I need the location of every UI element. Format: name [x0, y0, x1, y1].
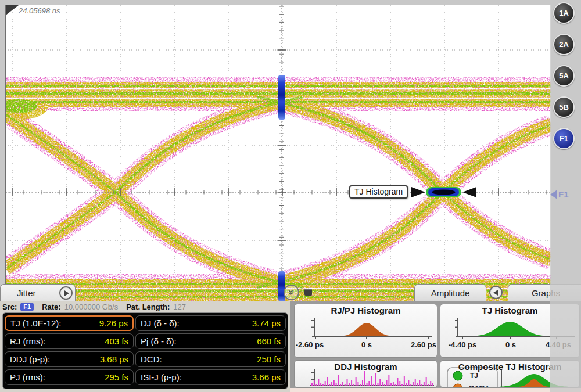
tj-histogram-marker	[411, 187, 476, 197]
channel-button-5b[interactable]: 5B	[553, 96, 575, 118]
src-value-badge[interactable]: F1	[20, 303, 34, 311]
measurement-cell-r1c0[interactable]: RJ (rms):403 fs	[5, 333, 134, 349]
arrow-left-icon	[493, 290, 498, 296]
rjpj-histogram-panel[interactable]: RJ/PJ Histogram -2.60 ps0 s2.60 ps	[294, 304, 437, 358]
histogram-thumbnails-panel: RJ/PJ Histogram -2.60 ps0 s2.60 ps TJ Hi…	[290, 301, 581, 392]
tj-x-tick-label: 4.40 ps	[546, 340, 571, 349]
play-icon	[64, 290, 69, 296]
channel-button-2a[interactable]: 2A	[553, 34, 575, 55]
tj-histogram-annotation[interactable]: TJ Histogram	[349, 185, 408, 199]
tab-scroll-left-button[interactable]	[489, 286, 503, 299]
measurement-value: 3.68 ps	[100, 354, 128, 364]
measurement-value: 3.66 ps	[252, 372, 281, 382]
measurement-value: 250 fs	[257, 354, 281, 364]
tab-graphs-label: Graphs	[532, 288, 560, 298]
marker-arrow-right-icon	[462, 187, 476, 197]
pin-icon[interactable]	[304, 289, 312, 296]
rate-value: 10.000000 Gb/s	[64, 303, 119, 311]
measurement-value: 403 fs	[105, 336, 128, 346]
chevron-down-icon: »	[286, 290, 296, 295]
marker-arrow-left-icon	[411, 187, 425, 197]
tj-histogram-panel[interactable]: TJ Histogram -4.40 ps0 s4.40 ps	[440, 304, 580, 358]
rjpj-histogram-title: RJ/PJ Histogram	[295, 305, 437, 315]
measurement-label: DJ (δ - δ):	[141, 318, 180, 328]
measurement-cell-r0c0[interactable]: TJ (1.0E-12):9.26 ps	[5, 315, 134, 331]
measurement-cell-r0c1[interactable]: DJ (δ - δ):3.74 ps	[135, 315, 286, 331]
composite-tj-histogram-title: Composite TJ Histogram	[440, 362, 579, 372]
measurement-cell-r2c1[interactable]: DCD:250 fs	[135, 351, 286, 367]
oscilloscope-screen: 24.05698 ns TJ Histogram Jitter » Amplit…	[0, 0, 581, 392]
play-button[interactable]	[59, 286, 73, 300]
src-label: Src:	[2, 303, 17, 311]
tj-histogram-title: TJ Histogram	[440, 305, 579, 315]
legend-label-tj: TJ	[470, 372, 478, 380]
tab-jitter-label: Jitter	[17, 288, 36, 298]
marker-triangle-icon	[550, 190, 557, 199]
panel-edge-strip	[290, 388, 581, 392]
tab-jitter[interactable]: Jitter	[0, 284, 76, 301]
measurement-cell-r3c1[interactable]: ISI-J (p-p):3.66 ps	[135, 369, 286, 385]
measurement-value: 9.26 ps	[99, 318, 128, 328]
measurement-value: 3.74 ps	[252, 318, 281, 328]
measurements-grid: TJ (1.0E-12):9.26 psDJ (δ - δ):3.74 psRJ…	[2, 312, 288, 389]
channel-buttons: 1A2A5A5BF1	[553, 2, 575, 149]
channel-button-f1[interactable]: F1	[553, 128, 575, 149]
collapse-button[interactable]: »	[284, 285, 299, 300]
eye-diagram-plot[interactable]: 24.05698 ns TJ Histogram	[5, 5, 551, 302]
eye-diagram-canvas	[6, 5, 551, 302]
pattern-length-label: Pat. Length:	[126, 303, 170, 311]
channel-button-5a[interactable]: 5A	[553, 65, 575, 87]
measurement-cell-r3c0[interactable]: PJ (rms):295 fs	[5, 369, 134, 385]
channel-button-1a[interactable]: 1A	[553, 2, 575, 24]
composite-tj-histogram-panel[interactable]: Composite TJ Histogram TJRJ/PJ	[440, 360, 580, 388]
measurement-value: 660 fs	[257, 336, 281, 346]
tj-x-tick-label: -4.40 ps	[449, 340, 476, 349]
f1-marker-label: F1	[558, 189, 569, 199]
legend-label-rjpj: RJ/PJ	[469, 384, 488, 388]
ddj-histogram-panel[interactable]: DDJ Histogram	[294, 360, 437, 388]
measurement-label: RJ (rms):	[10, 336, 46, 346]
jitter-results-panel: Src: F1 Rate: 10.000000 Gb/s Pat. Length…	[0, 301, 290, 392]
measurement-cell-r2c0[interactable]: DDJ (p-p):3.68 ps	[5, 351, 134, 367]
rjpj-x-tick-label: 2.60 ps	[411, 340, 436, 349]
ddj-histogram-title: DDJ Histogram	[295, 362, 437, 372]
measurement-label: TJ (1.0E-12):	[10, 318, 62, 328]
tab-amplitude[interactable]: Amplitude	[414, 284, 486, 301]
rate-label: Rate:	[42, 303, 61, 311]
pattern-length-value: 127	[173, 303, 186, 311]
tab-amplitude-label: Amplitude	[431, 288, 470, 298]
source-bar: Src: F1 Rate: 10.000000 Gb/s Pat. Length…	[0, 301, 290, 312]
measurement-label: ISI-J (p-p):	[141, 372, 182, 382]
f1-trace-marker[interactable]: F1	[550, 189, 569, 199]
measurement-label: Pj (δ - δ):	[141, 336, 177, 346]
measurement-label: DCD:	[141, 354, 162, 364]
rjpj-x-tick-label: -2.60 ps	[296, 340, 324, 349]
cursor-time-label: 24.05698 ns	[19, 6, 60, 15]
measurement-cell-r1c1[interactable]: Pj (δ - δ):660 fs	[135, 333, 286, 349]
tj-x-tick-label: 0 s	[505, 340, 516, 349]
measurement-label: PJ (rms):	[10, 372, 45, 382]
tab-graphs[interactable]: Graphs	[508, 284, 581, 301]
measurement-label: DDJ (p-p):	[10, 354, 50, 364]
rjpj-x-tick-label: 0 s	[361, 340, 372, 349]
measurement-value: 295 fs	[105, 372, 128, 382]
